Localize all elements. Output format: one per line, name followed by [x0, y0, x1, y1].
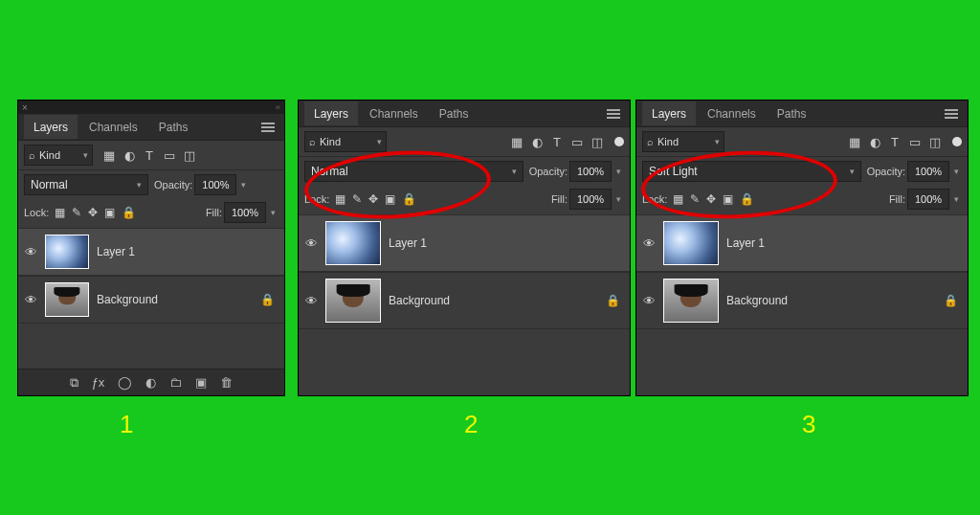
visibility-eye-icon[interactable]: 👁 [304, 236, 318, 251]
fill-label: Fill: [206, 207, 222, 218]
lock-transparency-icon[interactable]: ▦ [673, 192, 683, 206]
layer-row[interactable]: 👁 Layer 1 [18, 228, 284, 276]
opacity-value[interactable]: 100% [194, 174, 236, 195]
filter-toggle-icon[interactable] [952, 137, 962, 146]
panel-menu-icon[interactable] [257, 119, 278, 136]
opacity-value[interactable]: 100% [907, 161, 949, 182]
layer-thumbnail[interactable] [663, 221, 719, 265]
panel-menu-icon[interactable] [603, 105, 624, 123]
filter-smart-icon[interactable]: ◫ [590, 135, 604, 149]
blend-mode-dropdown[interactable]: Soft Light ▾ [642, 161, 861, 182]
new-layer-icon[interactable]: ▣ [195, 375, 207, 390]
visibility-eye-icon[interactable]: 👁 [24, 245, 37, 259]
lock-transparency-icon[interactable]: ▦ [55, 206, 65, 219]
layer-name[interactable]: Background [389, 294, 598, 307]
tab-paths[interactable]: Paths [430, 101, 479, 125]
filter-toggle-icon[interactable] [614, 137, 624, 146]
filter-adjust-icon[interactable]: ◐ [868, 135, 881, 149]
visibility-eye-icon[interactable]: 👁 [304, 294, 318, 308]
layer-row[interactable]: 👁 Background 🔒 [636, 272, 968, 329]
layer-row[interactable]: 👁 Layer 1 [636, 214, 968, 272]
tab-layers[interactable]: Layers [304, 101, 358, 125]
layer-name[interactable]: Background [97, 293, 253, 306]
lock-move-icon[interactable]: ✥ [368, 192, 378, 206]
filter-kind-label: Kind [657, 136, 679, 147]
filter-type-icon[interactable]: T [888, 135, 902, 149]
filter-type-icon[interactable]: T [550, 135, 564, 149]
layer-thumbnail[interactable] [45, 235, 89, 269]
adjustment-icon[interactable]: ◐ [145, 375, 156, 390]
chevron-down-icon[interactable]: ▾ [238, 180, 249, 190]
layer-thumbnail[interactable] [325, 221, 381, 265]
chevron-down-icon[interactable]: ▾ [268, 208, 278, 217]
filter-type-icons: ▦ ◐ T ▭ ◫ [510, 135, 624, 149]
chevron-down-icon[interactable]: ▾ [951, 167, 962, 176]
layer-name[interactable]: Layer 1 [389, 236, 624, 250]
lock-brush-icon[interactable]: ✎ [690, 192, 700, 206]
blend-mode-dropdown[interactable]: Normal ▾ [24, 174, 148, 195]
tab-paths[interactable]: Paths [149, 115, 198, 139]
lock-transparency-icon[interactable]: ▦ [335, 192, 345, 206]
lock-move-icon[interactable]: ✥ [706, 192, 716, 206]
lock-artboard-icon[interactable]: ▣ [104, 206, 115, 219]
filter-pixel-icon[interactable]: ▦ [848, 135, 861, 149]
fill-value[interactable]: 100% [569, 189, 612, 210]
fx-icon[interactable]: ƒx [92, 375, 105, 390]
tab-paths[interactable]: Paths [768, 101, 816, 125]
filter-smart-icon[interactable]: ◫ [183, 148, 196, 163]
filter-kind-dropdown[interactable]: ⌕ Kind ▾ [24, 145, 93, 166]
filter-shape-icon[interactable]: ▭ [908, 135, 922, 149]
layer-thumbnail[interactable] [45, 282, 89, 317]
filter-shape-icon[interactable]: ▭ [163, 148, 176, 163]
close-icon[interactable]: × [22, 102, 28, 113]
opacity-value[interactable]: 100% [569, 161, 612, 182]
visibility-eye-icon[interactable]: 👁 [24, 293, 37, 307]
filter-adjust-icon[interactable]: ◐ [122, 148, 136, 163]
visibility-eye-icon[interactable]: 👁 [642, 236, 656, 251]
group-icon[interactable]: 🗀 [169, 375, 182, 390]
layer-name[interactable]: Layer 1 [726, 236, 962, 250]
lock-move-icon[interactable]: ✥ [88, 206, 98, 219]
layer-name[interactable]: Layer 1 [97, 245, 278, 258]
layer-thumbnail[interactable] [325, 279, 381, 323]
chevron-down-icon[interactable]: ▾ [613, 194, 624, 204]
tab-channels[interactable]: Channels [360, 101, 428, 125]
filter-pixel-icon[interactable]: ▦ [510, 135, 523, 149]
layer-row[interactable]: 👁 Background 🔒 [299, 272, 630, 329]
lock-artboard-icon[interactable]: ▣ [385, 192, 395, 206]
lock-brush-icon[interactable]: ✎ [352, 192, 362, 206]
panel-menu-icon[interactable] [941, 105, 962, 123]
fill-value[interactable]: 100% [224, 202, 266, 223]
collapse-icon[interactable]: « [276, 102, 280, 112]
layer-row[interactable]: 👁 Layer 1 [299, 214, 630, 272]
tab-layers[interactable]: Layers [642, 101, 696, 125]
fill-value[interactable]: 100% [907, 189, 949, 210]
filter-shape-icon[interactable]: ▭ [570, 135, 584, 149]
lock-all-icon[interactable]: 🔒 [740, 192, 754, 206]
mask-icon[interactable]: ◯ [118, 375, 132, 390]
tab-channels[interactable]: Channels [79, 115, 147, 139]
tab-channels[interactable]: Channels [698, 101, 766, 125]
layer-thumbnail[interactable] [663, 279, 719, 323]
blend-mode-dropdown[interactable]: Normal ▾ [304, 161, 523, 182]
panel-close-strip: × « [18, 101, 284, 114]
filter-kind-dropdown[interactable]: ⌕ Kind ▾ [304, 131, 387, 152]
lock-all-icon[interactable]: 🔒 [122, 206, 136, 219]
tab-layers[interactable]: Layers [24, 115, 78, 139]
lock-all-icon[interactable]: 🔒 [402, 192, 416, 206]
filter-smart-icon[interactable]: ◫ [928, 135, 942, 149]
chevron-down-icon[interactable]: ▾ [951, 194, 962, 204]
visibility-eye-icon[interactable]: 👁 [642, 294, 656, 308]
filter-type-icons: ▦ ◐ T ▭ ◫ [102, 148, 196, 163]
filter-type-icon[interactable]: T [143, 148, 156, 163]
layer-row[interactable]: 👁 Background 🔒 [18, 276, 284, 324]
link-layers-icon[interactable]: ⧉ [70, 375, 78, 391]
filter-pixel-icon[interactable]: ▦ [102, 148, 116, 163]
chevron-down-icon[interactable]: ▾ [613, 167, 624, 176]
trash-icon[interactable]: 🗑 [220, 375, 233, 390]
filter-kind-dropdown[interactable]: ⌕ Kind ▾ [642, 131, 724, 152]
filter-adjust-icon[interactable]: ◐ [530, 135, 544, 149]
lock-brush-icon[interactable]: ✎ [72, 206, 81, 219]
lock-artboard-icon[interactable]: ▣ [723, 192, 733, 206]
layer-name[interactable]: Background [726, 294, 936, 307]
